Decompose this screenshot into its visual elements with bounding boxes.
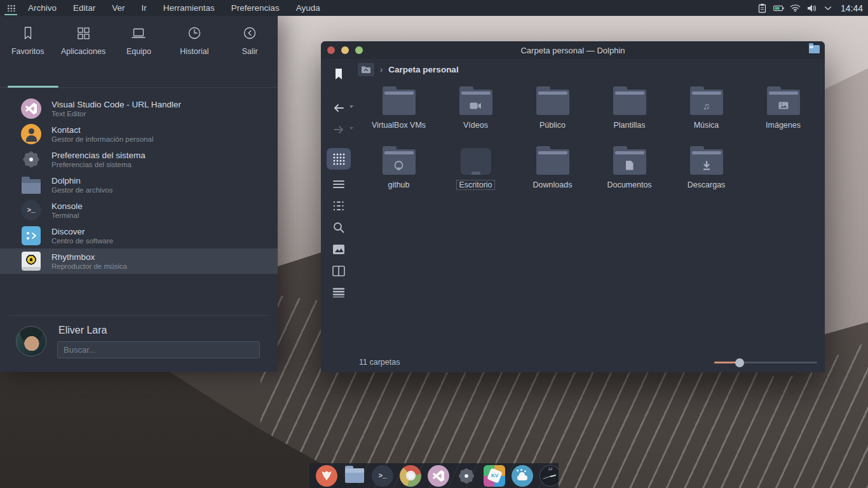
preview-image-button[interactable] [327,238,351,260]
folder-downloads[interactable]: Downloads [514,143,591,203]
folder-publico[interactable]: Público [514,83,591,143]
wifi-icon[interactable] [790,3,801,13]
dock-vscode[interactable] [428,465,449,487]
list-view-button[interactable] [327,173,351,195]
forward-button[interactable] [327,119,351,140]
breadcrumb-location[interactable]: Carpeta personal [388,65,458,74]
breadcrumb-chevron-icon: › [380,65,383,74]
dolphin-titlebar[interactable]: Carpeta personal — Dolphin [321,41,825,59]
folder-icon [383,90,416,115]
folder-icon [613,90,646,115]
app-item-preferencias[interactable]: Preferencias del sistema Preferencias de… [0,147,278,172]
folder-label: Documentos [605,180,653,189]
menu-herramientas[interactable]: Herramientas [163,3,215,13]
folder-label: Escritorio [457,180,494,189]
clock[interactable]: 14:44 [841,3,863,13]
dock-kvantum[interactable]: KV [484,465,505,487]
menu-preferencias[interactable]: Preferencias [231,3,280,13]
menu-hamburger-button[interactable] [327,281,351,303]
app-item-kontact[interactable]: Kontact Gestor de información personal [0,121,278,147]
battery-icon[interactable] [773,3,784,13]
chevron-down-icon[interactable] [823,3,834,13]
menu-editar[interactable]: Editar [73,3,95,13]
avatar[interactable] [16,326,46,356]
app-description: Preferencias del sistema [51,161,146,169]
home-folder-button[interactable] [358,63,374,76]
dock-clock-widget[interactable]: 12 [539,465,559,487]
folder-documentos[interactable]: Documentos [591,143,668,203]
zoom-slider[interactable] [714,362,817,363]
launcher-button[interactable] [3,0,19,16]
folder-github[interactable]: github [360,143,437,203]
app-item-rhythmbox[interactable]: Rhythmbox Reproductor de música [0,248,278,274]
tab-label: Aplicaciones [61,47,105,56]
back-history-caret-icon[interactable] [349,105,353,108]
folder-virtualbox-vms[interactable]: VirtualBox VMs [360,83,437,143]
dolphin-statusbar: 11 carpetas [321,351,825,372]
user-name: Eliver Lara [58,325,107,336]
folder-musica[interactable]: ♫ Música [668,83,745,143]
firefox-icon [320,470,333,482]
app-item-konsole[interactable]: >_ Konsole Terminal [0,198,278,223]
system-settings-icon [21,149,41,170]
folder-icon [345,468,364,483]
system-settings-icon [457,466,476,485]
menu-ir[interactable]: Ir [142,3,147,13]
folder-videos[interactable]: Vídeos [437,83,514,143]
folder-descargas[interactable]: Descargas [668,143,745,203]
bookmark-place-icon[interactable] [327,63,351,85]
tab-historial[interactable]: Historial [166,25,222,56]
app-item-vscode[interactable]: Visual Studio Code - URL Handler Text Ed… [0,96,278,121]
desktop-icon [461,148,491,175]
rhythmbox-speaker-icon [21,251,41,271]
search-button[interactable] [327,217,351,238]
zoom-slider-knob[interactable] [735,358,744,367]
menu-archivo[interactable]: Archivo [28,3,57,13]
app-name: Dolphin [51,176,113,186]
folder-label: Plantillas [611,121,647,130]
app-item-dolphin[interactable]: Dolphin Gestor de archivos [0,172,278,198]
discover-icon [21,226,41,246]
folder-label: Imágenes [764,121,803,130]
dock-file-manager[interactable] [344,465,365,487]
folder-plantillas[interactable]: Plantillas [591,83,668,143]
dolphin-side-toolbar [321,59,356,349]
folder-label: VirtualBox VMs [370,121,428,130]
app-name: Visual Studio Code - URL Handler [51,100,181,109]
app-description: Gestor de archivos [51,186,113,194]
folder-label: Música [692,121,721,130]
folder-imagenes[interactable]: Imágenes [745,83,822,143]
menu-ayuda[interactable]: Ayuda [296,3,320,13]
search-input[interactable] [57,341,260,358]
clipboard-icon[interactable] [757,3,768,13]
forward-history-caret-icon[interactable] [349,127,353,130]
dock-chromium[interactable] [400,465,421,487]
back-button[interactable] [327,97,351,119]
menu-ver[interactable]: Ver [112,3,125,13]
folder-label: Descargas [686,180,728,189]
tab-equipo[interactable]: Equipo [111,25,166,56]
tab-favoritos[interactable]: Favoritos [0,25,55,56]
vscode-icon [433,470,444,482]
analog-clock-icon: 12 [540,466,559,486]
app-name: Rhythmbox [51,252,127,262]
split-view-button[interactable] [327,260,351,281]
kvantum-icon: KV [487,468,503,484]
dolphin-folder-icon [21,175,41,195]
tab-salir[interactable]: Salir [222,25,278,56]
volume-icon[interactable] [806,3,817,13]
dock-terminal[interactable]: >_ [372,465,393,487]
tab-aplicaciones[interactable]: Aplicaciones [55,25,111,56]
details-view-button[interactable] [327,195,351,217]
document-icon [613,156,646,175]
dock-night-app[interactable] [512,465,533,487]
dock-firefox[interactable] [316,465,337,487]
folder-escritorio[interactable]: Escritorio [437,143,514,203]
launcher-tabs: Favoritos Aplicaciones Equipo Historial … [0,16,278,71]
app-description: Gestor de información personal [51,135,153,144]
folder-label: Público [538,121,567,130]
icons-view-button[interactable] [327,148,351,170]
app-item-discover[interactable]: Discover Centro de software [0,223,278,248]
window-folder-icon [809,45,820,53]
dock-system-settings[interactable] [456,465,477,487]
